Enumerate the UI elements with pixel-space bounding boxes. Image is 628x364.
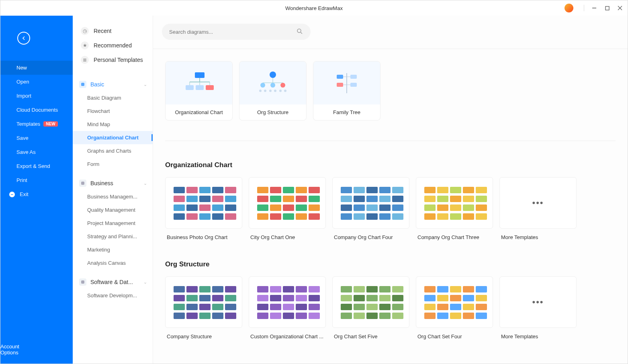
cat-item-quality-management[interactable]: Quality Management (73, 203, 153, 217)
close-button[interactable] (617, 5, 623, 11)
nav-label: Templates (16, 121, 40, 127)
nav-account[interactable]: Account (0, 344, 73, 350)
cat-item-business-managem-[interactable]: Business Managem... (73, 190, 153, 203)
cat-group-business[interactable]: Business⌄ (73, 176, 153, 190)
nav-print[interactable]: Print (0, 173, 73, 187)
nav-new[interactable]: New (0, 61, 73, 75)
separator (584, 5, 584, 11)
section-org-structure: Org StructureCompany StructureCustom Org… (165, 260, 616, 339)
user-avatar[interactable] (565, 4, 573, 12)
category-label: Personal Templates (94, 57, 143, 63)
cat-item-graphs-and-charts[interactable]: Graphs and Charts (73, 144, 153, 157)
svg-rect-129 (225, 286, 236, 292)
cat-item-marketing[interactable]: Marketing (73, 243, 153, 256)
svg-rect-204 (476, 313, 487, 319)
template-thumb (249, 177, 326, 229)
more-icon: ••• (532, 198, 544, 208)
template-card[interactable]: Custom Organizational Chart ... (249, 276, 326, 339)
svg-rect-153 (296, 295, 307, 301)
svg-rect-63 (212, 213, 223, 220)
template-thumb (332, 276, 409, 328)
type-label: Family Tree (333, 104, 360, 120)
svg-rect-23 (206, 85, 214, 90)
nav-open[interactable]: Open (0, 75, 73, 89)
svg-rect-150 (257, 295, 268, 301)
svg-rect-90 (341, 196, 352, 202)
cat-group-software-dat-[interactable]: Software & Dat...⌄ (73, 275, 153, 289)
search-icon[interactable] (296, 28, 303, 36)
template-card[interactable]: Company Structure (165, 276, 242, 339)
svg-rect-197 (450, 304, 461, 310)
svg-rect-60 (174, 213, 185, 220)
nav-templates[interactable]: TemplatesNEW (0, 117, 73, 131)
nav-import[interactable]: Import (0, 89, 73, 103)
svg-rect-110 (424, 196, 436, 202)
type-card-organizational-chart[interactable]: Organizational Chart (165, 61, 233, 121)
svg-rect-136 (186, 304, 198, 310)
template-label: Org Chart Set Five (332, 328, 409, 339)
svg-rect-183 (379, 313, 391, 319)
cat-item-flowchart[interactable]: Flowchart (73, 104, 153, 118)
nav-label: Save As (16, 149, 36, 155)
template-card[interactable]: Company Org Chart Three (416, 177, 493, 240)
svg-rect-199 (476, 304, 487, 310)
cat-item-mind-map[interactable]: Mind Map (73, 118, 153, 131)
more-templates-button[interactable]: •••More Templates (499, 276, 577, 339)
svg-rect-56 (186, 204, 198, 211)
svg-rect-191 (437, 295, 448, 301)
cat-item-software-developm-[interactable]: Software Developm... (73, 289, 153, 302)
svg-rect-40 (350, 83, 357, 87)
nav-options[interactable]: Options (0, 350, 73, 356)
template-label: Business Photo Org Chart (165, 229, 242, 240)
template-card[interactable]: Business Photo Org Chart (165, 177, 242, 240)
template-card[interactable]: Company Org Chart Four (332, 177, 409, 240)
svg-rect-179 (392, 304, 403, 310)
search-bar[interactable] (162, 24, 311, 40)
cat-item-project-management[interactable]: Project Management (73, 217, 153, 230)
cat-item-strategy-and-planni-[interactable]: Strategy and Planni... (73, 230, 153, 243)
group-icon (79, 278, 86, 286)
svg-rect-108 (463, 187, 474, 193)
more-templates-button[interactable]: •••More Templates (499, 177, 577, 240)
type-label: Org Structure (257, 104, 288, 120)
chevron-down-icon: ⌄ (143, 82, 147, 87)
svg-rect-81 (270, 213, 281, 220)
nav-save[interactable]: Save (0, 131, 73, 145)
template-card[interactable]: Org Chart Set Five (332, 276, 409, 339)
cat-item-form[interactable]: Form (73, 157, 153, 171)
cat-top-recommended[interactable]: ★Recommended (81, 38, 145, 53)
cat-item-basic-diagram[interactable]: Basic Diagram (73, 91, 153, 104)
cat-top-recent[interactable]: ◷Recent (81, 24, 145, 38)
svg-rect-192 (450, 295, 461, 301)
nav-exit[interactable]: −Exit (0, 187, 73, 201)
svg-rect-82 (283, 213, 294, 220)
svg-rect-94 (392, 196, 403, 202)
minimize-button[interactable] (591, 5, 597, 11)
svg-rect-120 (424, 213, 436, 220)
nav-cloud-documents[interactable]: Cloud Documents (0, 103, 73, 117)
svg-rect-170 (341, 295, 352, 301)
svg-rect-102 (366, 213, 378, 220)
nav-save-as[interactable]: Save As (0, 145, 73, 159)
svg-rect-201 (437, 313, 448, 319)
search-input[interactable] (169, 29, 296, 35)
cat-group-basic[interactable]: Basic⌄ (73, 78, 153, 91)
svg-rect-140 (174, 313, 185, 319)
maximize-button[interactable] (604, 5, 610, 11)
nav-label: New (16, 65, 27, 71)
svg-rect-188 (463, 286, 474, 292)
back-button[interactable] (17, 32, 30, 45)
cat-top-personal-templates[interactable]: ≣Personal Templates (81, 53, 145, 67)
svg-rect-15 (195, 72, 205, 78)
cat-item-analysis-canvas[interactable]: Analysis Canvas (73, 256, 153, 270)
group-label: Software & Dat... (90, 279, 143, 285)
template-thumb (165, 177, 242, 229)
template-card[interactable]: City Org Chart One (249, 177, 326, 240)
nav-export-send[interactable]: Export & Send (0, 159, 73, 173)
cat-item-organizational-chart[interactable]: Organizational Chart (73, 131, 153, 144)
type-card-org-structure[interactable]: Org Structure (239, 61, 307, 121)
template-card[interactable]: Org Chart Set Four (416, 276, 493, 339)
app-title: Wondershare EdrawMax (285, 5, 343, 11)
type-card-family-tree[interactable]: Family Tree (313, 61, 380, 121)
svg-point-27 (260, 83, 265, 88)
